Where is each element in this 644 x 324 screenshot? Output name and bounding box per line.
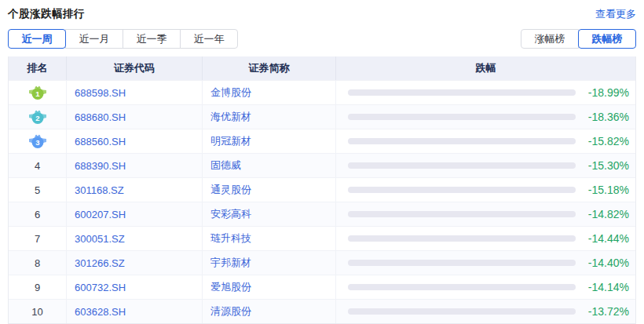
rank-number: 9: [35, 282, 40, 293]
page-title: 个股涨跌幅排行: [8, 7, 85, 21]
rank-table: 排名 证券代码 证券简称 跌幅 1 688598.SH 金博股份: [8, 56, 636, 324]
rank-cell: 5: [9, 178, 67, 202]
bar-track: [348, 235, 576, 242]
security-name-link[interactable]: 琏升科技: [203, 227, 336, 250]
security-code-link[interactable]: 600732.SH: [67, 275, 203, 299]
rank-medal-icon: 2: [28, 109, 47, 125]
change-cell: -13.72%: [336, 300, 635, 323]
table-body: 1 688598.SH 金博股份 -18.99% 2: [9, 80, 635, 323]
svg-text:2: 2: [35, 114, 39, 122]
change-cell: -15.30%: [336, 154, 635, 177]
security-name-link[interactable]: 安彩高科: [203, 202, 336, 226]
bar-track: [348, 284, 576, 290]
table-row: 8 301266.SZ 宇邦新材 -14.40%: [9, 250, 635, 275]
period-tab-last-month[interactable]: 近一月: [65, 29, 123, 49]
board-tab-gainers[interactable]: 涨幅榜: [521, 29, 579, 49]
rank-cell: 2: [9, 105, 67, 129]
change-percent: -15.18%: [576, 184, 635, 196]
rank-cell: 6: [9, 202, 67, 226]
security-code-link[interactable]: 603628.SH: [67, 300, 203, 323]
change-cell: -14.82%: [336, 202, 635, 226]
change-cell: -18.36%: [336, 105, 635, 129]
rank-medal-icon: 1: [28, 85, 47, 100]
column-header-rank: 排名: [9, 56, 67, 80]
bar-track: [348, 308, 576, 315]
rank-number: 5: [35, 184, 40, 196]
tab-label: 近一周: [22, 33, 53, 45]
security-code-link[interactable]: 688560.SH: [67, 129, 203, 153]
change-cell: -14.14%: [336, 275, 635, 299]
change-percent: -14.82%: [576, 208, 635, 220]
bar-track: [348, 162, 576, 169]
change-cell: -15.82%: [336, 129, 635, 153]
change-percent: -18.99%: [576, 86, 635, 99]
security-code-link[interactable]: 688598.SH: [67, 81, 203, 104]
security-name-link[interactable]: 明冠新材: [203, 129, 336, 153]
change-cell: -14.44%: [336, 227, 635, 250]
table-header-row: 排名 证券代码 证券简称 跌幅: [9, 56, 635, 80]
period-tab-group: 近一周 近一月 近一季 近一年: [8, 29, 238, 49]
rank-medal-icon: 3: [28, 133, 47, 149]
bar-track: [348, 187, 576, 193]
security-name-link[interactable]: 海优新材: [203, 105, 336, 129]
rank-cell: 10: [9, 300, 67, 323]
column-header-code: 证券代码: [67, 56, 203, 80]
bar-track: [348, 211, 576, 217]
security-name-link[interactable]: 通灵股份: [203, 178, 336, 202]
change-percent: -13.72%: [576, 305, 635, 318]
security-code-link[interactable]: 300051.SZ: [67, 227, 203, 250]
svg-text:3: 3: [35, 138, 39, 147]
table-row: 9 600732.SH 爱旭股份 -14.14%: [9, 275, 635, 299]
change-percent: -14.40%: [576, 257, 635, 269]
change-percent: -14.44%: [576, 232, 635, 245]
change-percent: -15.82%: [576, 135, 635, 147]
table-row: 3 688560.SH 明冠新材 -15.82%: [9, 129, 635, 153]
rank-number: 4: [35, 160, 40, 172]
table-row: 7 300051.SZ 琏升科技 -14.44%: [9, 226, 635, 250]
security-code-link[interactable]: 600207.SH: [67, 202, 203, 226]
rank-cell: 7: [9, 227, 67, 250]
table-row: 1 688598.SH 金博股份 -18.99%: [9, 80, 635, 104]
rank-cell: 8: [9, 251, 67, 275]
bar-track: [348, 114, 576, 120]
table-row: 6 600207.SH 安彩高科 -14.82%: [9, 202, 635, 226]
rank-cell: 9: [9, 275, 67, 299]
widget-header: 个股涨跌幅排行 查看更多: [8, 6, 636, 22]
security-name-link[interactable]: 清源股份: [203, 300, 336, 323]
security-name-link[interactable]: 金博股份: [203, 81, 336, 104]
security-code-link[interactable]: 301168.SZ: [67, 178, 203, 202]
tab-label: 近一季: [137, 33, 167, 45]
period-tab-last-year[interactable]: 近一年: [180, 29, 238, 49]
security-code-link[interactable]: 688680.SH: [67, 105, 203, 129]
board-tab-losers[interactable]: 跌幅榜: [578, 29, 636, 49]
table-row: 4 688390.SH 固德威 -15.30%: [9, 153, 635, 177]
bar-track: [348, 89, 576, 96]
stock-rank-widget: 个股涨跌幅排行 查看更多 近一周 近一月 近一季 近一年 涨幅榜 跌幅榜 排名 …: [0, 0, 644, 324]
change-percent: -14.14%: [576, 281, 635, 293]
column-header-name: 证券简称: [203, 56, 336, 80]
period-tab-last-week[interactable]: 近一周: [8, 29, 66, 49]
table-row: 5 301168.SZ 通灵股份 -15.18%: [9, 177, 635, 202]
change-percent: -15.30%: [576, 159, 635, 172]
view-more-link[interactable]: 查看更多: [595, 7, 636, 21]
security-name-link[interactable]: 爱旭股份: [203, 275, 336, 299]
rank-cell: 1: [9, 81, 67, 104]
rank-number: 6: [35, 209, 40, 220]
rank-number: 10: [31, 306, 42, 318]
change-cell: -18.99%: [336, 81, 635, 104]
tab-label: 涨幅榜: [535, 33, 565, 45]
rank-cell: 4: [9, 154, 67, 177]
filter-bar: 近一周 近一月 近一季 近一年 涨幅榜 跌幅榜: [8, 29, 636, 49]
security-name-link[interactable]: 固德威: [203, 154, 336, 177]
rank-number: 8: [35, 257, 40, 269]
change-cell: -14.40%: [336, 251, 635, 275]
security-code-link[interactable]: 301266.SZ: [67, 251, 203, 275]
period-tab-last-quarter[interactable]: 近一季: [123, 29, 181, 49]
table-row: 2 688680.SH 海优新材 -18.36%: [9, 104, 635, 129]
security-name-link[interactable]: 宇邦新材: [203, 251, 336, 275]
change-percent: -18.36%: [576, 111, 635, 123]
tab-label: 近一年: [194, 33, 225, 45]
bar-track: [348, 138, 576, 144]
security-code-link[interactable]: 688390.SH: [67, 154, 203, 177]
bar-track: [348, 260, 576, 266]
